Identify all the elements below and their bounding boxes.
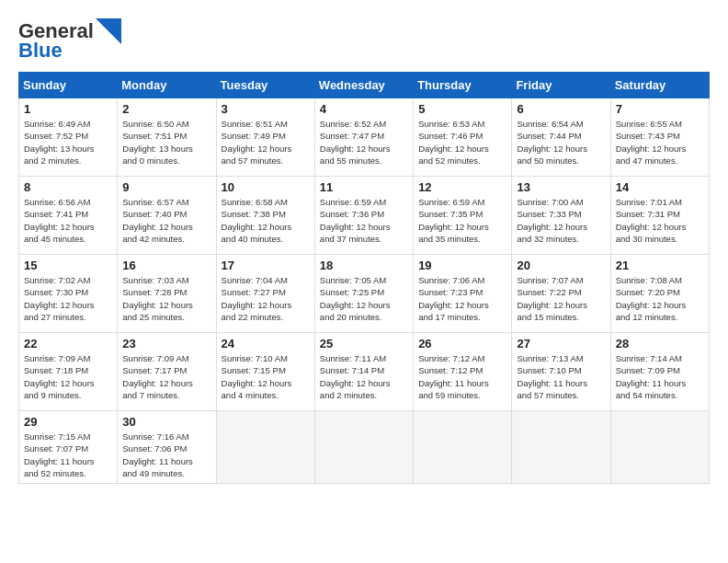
day-number: 16 (122, 259, 210, 272)
day-info: Sunrise: 6:53 AM Sunset: 7:46 PM Dayligh… (418, 118, 506, 167)
day-cell-8: 8Sunrise: 6:56 AM Sunset: 7:41 PM Daylig… (19, 177, 118, 255)
day-cell-10: 10Sunrise: 6:58 AM Sunset: 7:38 PM Dayli… (216, 177, 314, 255)
day-info: Sunrise: 7:07 AM Sunset: 7:22 PM Dayligh… (517, 274, 605, 323)
day-info: Sunrise: 6:56 AM Sunset: 7:41 PM Dayligh… (24, 196, 112, 245)
day-number: 6 (517, 102, 605, 116)
day-info: Sunrise: 6:50 AM Sunset: 7:51 PM Dayligh… (122, 118, 210, 167)
empty-cell (414, 411, 512, 484)
day-number: 29 (24, 415, 112, 429)
day-cell-12: 12Sunrise: 6:59 AM Sunset: 7:35 PM Dayli… (414, 177, 512, 255)
week-row-5: 29Sunrise: 7:15 AM Sunset: 7:07 PM Dayli… (19, 411, 710, 484)
day-cell-14: 14Sunrise: 7:01 AM Sunset: 7:31 PM Dayli… (610, 177, 709, 255)
day-info: Sunrise: 6:58 AM Sunset: 7:38 PM Dayligh… (222, 196, 310, 245)
day-info: Sunrise: 7:05 AM Sunset: 7:25 PM Dayligh… (320, 274, 408, 323)
day-number: 21 (616, 259, 704, 272)
day-info: Sunrise: 7:11 AM Sunset: 7:14 PM Dayligh… (320, 352, 408, 401)
day-number: 2 (122, 102, 210, 116)
day-number: 20 (517, 259, 605, 272)
day-number: 7 (616, 102, 704, 116)
week-row-2: 8Sunrise: 6:56 AM Sunset: 7:41 PM Daylig… (19, 177, 710, 255)
day-info: Sunrise: 7:04 AM Sunset: 7:27 PM Dayligh… (222, 274, 310, 323)
day-number: 3 (222, 102, 310, 116)
day-cell-24: 24Sunrise: 7:10 AM Sunset: 7:15 PM Dayli… (216, 333, 314, 411)
day-cell-18: 18Sunrise: 7:05 AM Sunset: 7:25 PM Dayli… (314, 255, 413, 333)
day-cell-1: 1Sunrise: 6:49 AM Sunset: 7:52 PM Daylig… (19, 98, 118, 177)
week-row-4: 22Sunrise: 7:09 AM Sunset: 7:18 PM Dayli… (19, 333, 710, 411)
day-cell-6: 6Sunrise: 6:54 AM Sunset: 7:44 PM Daylig… (512, 98, 610, 177)
day-info: Sunrise: 6:49 AM Sunset: 7:52 PM Dayligh… (24, 118, 112, 167)
day-header-sunday: Sunday (19, 73, 118, 98)
day-info: Sunrise: 6:54 AM Sunset: 7:44 PM Dayligh… (517, 118, 605, 167)
day-number: 10 (222, 180, 310, 194)
day-cell-4: 4Sunrise: 6:52 AM Sunset: 7:47 PM Daylig… (314, 98, 413, 177)
day-cell-9: 9Sunrise: 6:57 AM Sunset: 7:40 PM Daylig… (118, 177, 216, 255)
day-header-tuesday: Tuesday (216, 73, 314, 98)
svg-marker-0 (96, 18, 121, 44)
day-number: 27 (517, 337, 605, 350)
day-info: Sunrise: 7:09 AM Sunset: 7:17 PM Dayligh… (122, 352, 210, 401)
day-cell-29: 29Sunrise: 7:15 AM Sunset: 7:07 PM Dayli… (19, 411, 118, 484)
day-header-thursday: Thursday (414, 73, 512, 98)
day-cell-21: 21Sunrise: 7:08 AM Sunset: 7:20 PM Dayli… (610, 255, 709, 333)
day-info: Sunrise: 6:59 AM Sunset: 7:35 PM Dayligh… (418, 196, 506, 245)
day-cell-15: 15Sunrise: 7:02 AM Sunset: 7:30 PM Dayli… (19, 255, 118, 333)
day-cell-26: 26Sunrise: 7:12 AM Sunset: 7:12 PM Dayli… (414, 333, 512, 411)
day-info: Sunrise: 7:01 AM Sunset: 7:31 PM Dayligh… (616, 196, 704, 245)
week-row-1: 1Sunrise: 6:49 AM Sunset: 7:52 PM Daylig… (19, 98, 710, 177)
day-info: Sunrise: 7:14 AM Sunset: 7:09 PM Dayligh… (616, 352, 704, 401)
day-info: Sunrise: 7:12 AM Sunset: 7:12 PM Dayligh… (418, 352, 506, 401)
day-cell-22: 22Sunrise: 7:09 AM Sunset: 7:18 PM Dayli… (19, 333, 118, 411)
calendar-header-row: SundayMondayTuesdayWednesdayThursdayFrid… (19, 73, 710, 98)
day-number: 18 (320, 259, 408, 272)
logo: General Blue (18, 18, 121, 63)
day-header-friday: Friday (512, 73, 610, 98)
day-cell-13: 13Sunrise: 7:00 AM Sunset: 7:33 PM Dayli… (512, 177, 610, 255)
day-cell-2: 2Sunrise: 6:50 AM Sunset: 7:51 PM Daylig… (118, 98, 216, 177)
day-info: Sunrise: 7:10 AM Sunset: 7:15 PM Dayligh… (222, 352, 310, 401)
week-row-3: 15Sunrise: 7:02 AM Sunset: 7:30 PM Dayli… (19, 255, 710, 333)
empty-cell (216, 411, 314, 484)
day-number: 19 (418, 259, 506, 272)
day-header-wednesday: Wednesday (314, 73, 413, 98)
day-cell-28: 28Sunrise: 7:14 AM Sunset: 7:09 PM Dayli… (610, 333, 709, 411)
day-number: 8 (24, 180, 112, 194)
day-cell-23: 23Sunrise: 7:09 AM Sunset: 7:17 PM Dayli… (118, 333, 216, 411)
day-info: Sunrise: 7:15 AM Sunset: 7:07 PM Dayligh… (24, 431, 112, 479)
day-info: Sunrise: 6:57 AM Sunset: 7:40 PM Dayligh… (122, 196, 210, 245)
logo-blue: Blue (18, 39, 63, 63)
day-number: 4 (320, 102, 408, 116)
day-number: 23 (122, 337, 210, 350)
day-number: 26 (418, 337, 506, 350)
day-info: Sunrise: 7:16 AM Sunset: 7:06 PM Dayligh… (122, 431, 210, 479)
day-info: Sunrise: 7:06 AM Sunset: 7:23 PM Dayligh… (418, 274, 506, 323)
day-header-saturday: Saturday (610, 73, 709, 98)
day-cell-11: 11Sunrise: 6:59 AM Sunset: 7:36 PM Dayli… (314, 177, 413, 255)
day-number: 5 (418, 102, 506, 116)
day-info: Sunrise: 6:55 AM Sunset: 7:43 PM Dayligh… (616, 118, 704, 167)
empty-cell (610, 411, 709, 484)
empty-cell (512, 411, 610, 484)
day-info: Sunrise: 6:52 AM Sunset: 7:47 PM Dayligh… (320, 118, 408, 167)
day-number: 25 (320, 337, 408, 350)
empty-cell (314, 411, 413, 484)
day-cell-20: 20Sunrise: 7:07 AM Sunset: 7:22 PM Dayli… (512, 255, 610, 333)
day-number: 13 (517, 180, 605, 194)
day-cell-7: 7Sunrise: 6:55 AM Sunset: 7:43 PM Daylig… (610, 98, 709, 177)
day-cell-19: 19Sunrise: 7:06 AM Sunset: 7:23 PM Dayli… (414, 255, 512, 333)
day-cell-5: 5Sunrise: 6:53 AM Sunset: 7:46 PM Daylig… (414, 98, 512, 177)
day-number: 22 (24, 337, 112, 350)
day-info: Sunrise: 6:51 AM Sunset: 7:49 PM Dayligh… (222, 118, 310, 167)
day-number: 9 (122, 180, 210, 194)
page-header: General Blue (18, 18, 710, 63)
day-info: Sunrise: 6:59 AM Sunset: 7:36 PM Dayligh… (320, 196, 408, 245)
day-cell-3: 3Sunrise: 6:51 AM Sunset: 7:49 PM Daylig… (216, 98, 314, 177)
day-number: 28 (616, 337, 704, 350)
day-number: 11 (320, 180, 408, 194)
day-info: Sunrise: 7:02 AM Sunset: 7:30 PM Dayligh… (24, 274, 112, 323)
day-info: Sunrise: 7:00 AM Sunset: 7:33 PM Dayligh… (517, 196, 605, 245)
day-cell-17: 17Sunrise: 7:04 AM Sunset: 7:27 PM Dayli… (216, 255, 314, 333)
day-number: 24 (222, 337, 310, 350)
day-number: 12 (418, 180, 506, 194)
day-header-monday: Monday (118, 73, 216, 98)
day-cell-27: 27Sunrise: 7:13 AM Sunset: 7:10 PM Dayli… (512, 333, 610, 411)
